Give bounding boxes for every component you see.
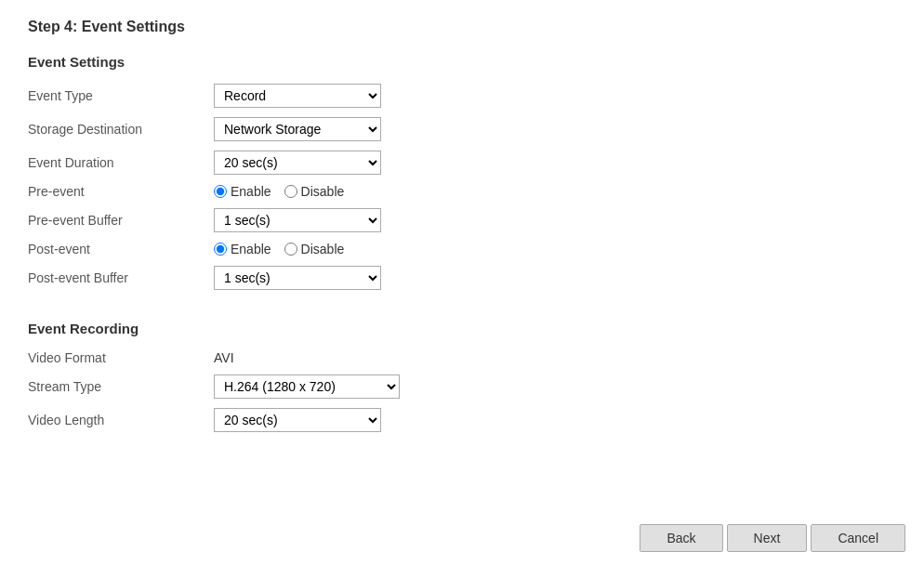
pre-event-disable-label[interactable]: Disable: [284, 184, 345, 199]
pre-event-radio-group: Enable Disable: [214, 184, 381, 199]
pre-event-label: Pre-event: [28, 179, 214, 204]
post-event-enable-label[interactable]: Enable: [214, 242, 271, 256]
post-event-buffer-row: Post-event Buffer 1 sec(s) 2 sec(s) 3 se…: [28, 261, 389, 295]
pre-event-enable-radio[interactable]: [214, 185, 227, 198]
page-title: Step 4: Event Settings: [28, 19, 896, 35]
post-event-buffer-select[interactable]: 1 sec(s) 2 sec(s) 3 sec(s) 5 sec(s): [214, 266, 381, 290]
post-event-radio-group: Enable Disable: [214, 242, 381, 256]
storage-destination-label: Storage Destination: [28, 112, 214, 146]
pre-event-enable-label[interactable]: Enable: [214, 184, 271, 199]
video-format-value: AVI: [214, 350, 234, 365]
storage-destination-row: Storage Destination Network Storage Loca…: [28, 112, 389, 146]
next-button[interactable]: Next: [727, 524, 808, 552]
pre-event-row: Pre-event Enable Disable: [28, 179, 389, 204]
post-event-disable-radio[interactable]: [284, 243, 297, 256]
video-length-label: Video Length: [28, 403, 214, 437]
post-event-enable-text: Enable: [231, 242, 271, 256]
post-event-disable-text: Disable: [301, 242, 345, 256]
pre-event-disable-text: Disable: [301, 184, 345, 199]
event-recording-section-title: Event Recording: [28, 321, 896, 336]
event-type-select[interactable]: Record Motion Alarm: [214, 84, 381, 108]
event-recording-table: Video Format AVI Stream Type H.264 (1280…: [28, 346, 407, 437]
pre-event-buffer-row: Pre-event Buffer 1 sec(s) 2 sec(s) 3 sec…: [28, 204, 389, 237]
video-format-label: Video Format: [28, 346, 214, 370]
section-divider: [28, 300, 896, 317]
page-container: Step 4: Event Settings Event Settings Ev…: [0, 0, 924, 461]
post-event-disable-label[interactable]: Disable: [284, 242, 345, 256]
event-duration-row: Event Duration 5 sec(s) 10 sec(s) 20 sec…: [28, 146, 389, 179]
video-length-select[interactable]: 5 sec(s) 10 sec(s) 20 sec(s) 30 sec(s) 6…: [214, 408, 381, 432]
post-event-row: Post-event Enable Disable: [28, 237, 389, 261]
stream-type-row: Stream Type H.264 (1280 x 720) H.264 (64…: [28, 370, 407, 403]
pre-event-enable-text: Enable: [231, 184, 271, 199]
pre-event-disable-radio[interactable]: [284, 185, 297, 198]
post-event-label: Post-event: [28, 237, 214, 261]
pre-event-buffer-label: Pre-event Buffer: [28, 204, 214, 237]
cancel-button[interactable]: Cancel: [811, 524, 905, 552]
stream-type-label: Stream Type: [28, 370, 214, 403]
video-length-row: Video Length 5 sec(s) 10 sec(s) 20 sec(s…: [28, 403, 407, 437]
back-button[interactable]: Back: [640, 524, 722, 552]
event-settings-section-title: Event Settings: [28, 54, 896, 70]
post-event-enable-radio[interactable]: [214, 243, 227, 256]
stream-type-select[interactable]: H.264 (1280 x 720) H.264 (640 x 480) MJP…: [214, 374, 400, 399]
event-type-label: Event Type: [28, 79, 214, 112]
pre-event-buffer-select[interactable]: 1 sec(s) 2 sec(s) 3 sec(s) 5 sec(s): [214, 208, 381, 232]
event-type-row: Event Type Record Motion Alarm: [28, 79, 389, 112]
storage-destination-select[interactable]: Network Storage Local Storage SD Card: [214, 117, 381, 141]
event-duration-select[interactable]: 5 sec(s) 10 sec(s) 20 sec(s) 30 sec(s) 6…: [214, 151, 381, 175]
video-format-row: Video Format AVI: [28, 346, 407, 370]
bottom-buttons: Back Next Cancel: [640, 524, 905, 552]
post-event-buffer-label: Post-event Buffer: [28, 261, 214, 295]
event-duration-label: Event Duration: [28, 146, 214, 179]
event-settings-table: Event Type Record Motion Alarm Storage D…: [28, 79, 389, 295]
